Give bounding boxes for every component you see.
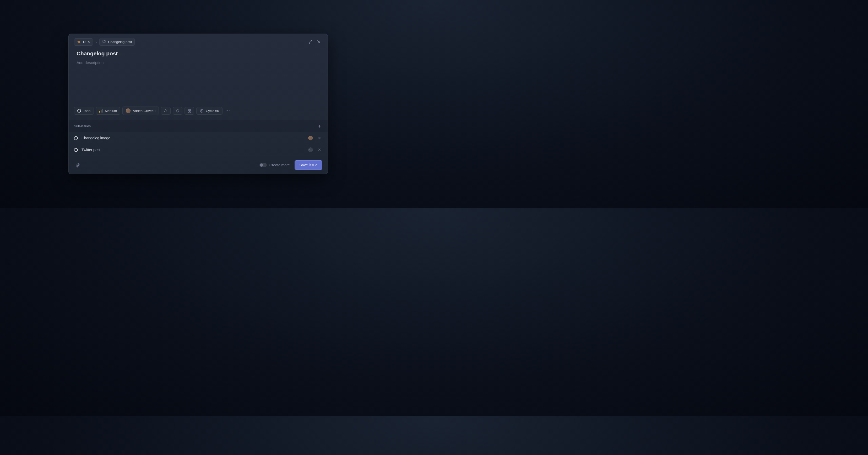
avatar[interactable] bbox=[308, 136, 313, 140]
status-icon bbox=[74, 148, 78, 152]
breadcrumb-separator: › bbox=[96, 40, 97, 44]
sub-issues-list: Changelog image Twitter post G bbox=[69, 132, 328, 156]
sub-issue-row[interactable]: Twitter post G bbox=[69, 144, 328, 156]
add-sub-issue-button[interactable] bbox=[317, 123, 322, 129]
sub-issue-row[interactable]: Changelog image bbox=[69, 132, 328, 144]
priority-icon bbox=[99, 109, 103, 113]
more-properties-button[interactable] bbox=[225, 108, 230, 113]
property-row: Todo Medium Adrien Griveau bbox=[69, 107, 328, 120]
close-icon bbox=[318, 137, 321, 140]
remove-sub-issue-button[interactable] bbox=[317, 147, 322, 153]
assignee-pill[interactable]: Adrien Griveau bbox=[122, 107, 159, 115]
status-label: Todo bbox=[83, 109, 90, 113]
label-icon bbox=[176, 109, 180, 113]
svg-rect-3 bbox=[190, 109, 191, 111]
status-pill[interactable]: Todo bbox=[74, 107, 94, 115]
attach-button[interactable] bbox=[74, 161, 81, 169]
modal-body: Changelog post Add description bbox=[69, 49, 328, 107]
due-date-pill[interactable] bbox=[185, 107, 194, 115]
plus-icon bbox=[318, 124, 321, 128]
sub-issues-heading: Sub-issues bbox=[74, 124, 91, 128]
close-button[interactable] bbox=[315, 38, 322, 46]
template-icon bbox=[102, 39, 106, 44]
grid-icon bbox=[187, 109, 191, 113]
save-button[interactable]: Save issue bbox=[294, 160, 322, 170]
paperclip-icon bbox=[75, 163, 80, 167]
footer-actions: Create more Save issue bbox=[259, 160, 322, 170]
avatar bbox=[126, 108, 130, 113]
svg-rect-5 bbox=[190, 111, 191, 112]
modal-footer: Create more Save issue bbox=[69, 156, 328, 174]
cycle-label: Cycle 50 bbox=[206, 109, 219, 113]
sub-issue-title: Changelog image bbox=[82, 136, 305, 140]
issue-description-input[interactable]: Add description bbox=[76, 60, 320, 102]
svg-rect-4 bbox=[188, 111, 189, 112]
close-icon bbox=[317, 40, 321, 44]
breadcrumb: DES › Changelog post bbox=[74, 38, 135, 46]
breadcrumb-template[interactable]: Changelog post bbox=[99, 38, 135, 46]
remove-sub-issue-button[interactable] bbox=[317, 135, 322, 141]
project-pill[interactable] bbox=[161, 107, 170, 115]
header-actions bbox=[307, 38, 322, 46]
create-issue-modal: DES › Changelog post bbox=[68, 34, 328, 174]
toggle-switch bbox=[259, 163, 267, 167]
create-more-label: Create more bbox=[270, 163, 290, 167]
status-icon bbox=[74, 136, 78, 140]
breadcrumb-project-label: DES bbox=[83, 40, 90, 44]
cycle-pill[interactable]: Cycle 50 bbox=[196, 107, 222, 115]
expand-icon bbox=[308, 40, 312, 44]
cycle-icon bbox=[200, 109, 204, 113]
svg-rect-0 bbox=[103, 40, 105, 43]
modal-header: DES › Changelog post bbox=[69, 34, 328, 49]
issue-title-input[interactable]: Changelog post bbox=[76, 50, 320, 57]
priority-label: Medium bbox=[105, 109, 117, 113]
sub-issues-header: Sub-issues bbox=[69, 120, 328, 132]
project-icon bbox=[164, 109, 168, 113]
breadcrumb-template-label: Changelog post bbox=[108, 40, 132, 44]
sub-issue-title: Twitter post bbox=[82, 148, 305, 152]
assignee-label: Adrien Griveau bbox=[133, 109, 155, 113]
priority-pill[interactable]: Medium bbox=[96, 107, 120, 115]
svg-point-1 bbox=[178, 110, 179, 110]
label-pill[interactable] bbox=[173, 107, 182, 115]
project-icon bbox=[77, 40, 81, 44]
breadcrumb-project[interactable]: DES bbox=[74, 38, 93, 46]
create-more-toggle[interactable]: Create more bbox=[259, 163, 290, 167]
close-icon bbox=[318, 148, 321, 151]
avatar[interactable]: G bbox=[308, 147, 313, 152]
status-icon bbox=[77, 109, 81, 113]
expand-button[interactable] bbox=[307, 38, 314, 46]
svg-rect-2 bbox=[188, 109, 189, 111]
